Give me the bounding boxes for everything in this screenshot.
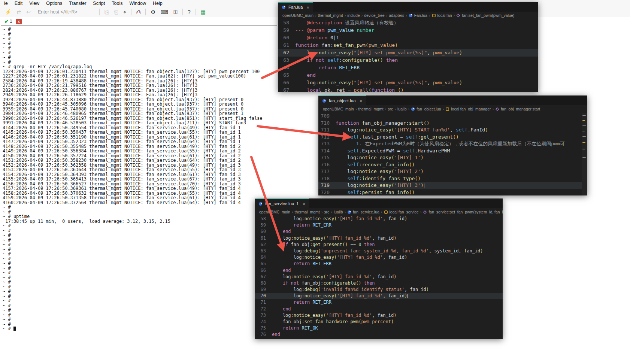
line-number: 60 — [278, 34, 295, 42]
copy-icon[interactable]: ⎘ — [102, 7, 111, 17]
quick-connect-icon[interactable]: ⚡ — [2, 7, 14, 17]
breadcrumb-item[interactable]: local fan_obj_manager — [451, 107, 491, 111]
minimap-mark — [582, 149, 585, 149]
menu-item-script[interactable]: Script — [90, 1, 108, 6]
code-line: 61 log:notice_easy('[HTY] fan_id %d', fa… — [255, 235, 503, 242]
tab-close-icon[interactable]: × — [302, 201, 305, 207]
code-text: --- @return 0|1 — [295, 34, 339, 42]
lua-icon — [409, 13, 413, 18]
menu-item-options[interactable]: Options — [43, 1, 66, 6]
code-line: 714 self.ExpectedPWM = self.HardwarePWM — [318, 148, 587, 155]
line-number: 712 — [318, 134, 336, 141]
terminal-output[interactable]: ~ #~ #~ #~ #~ #~ #~ #~ #~ # grep -nr HTY… — [1, 25, 277, 364]
terminal-line: ~ # — [3, 257, 277, 261]
code-line: 66 log:notice_easy("[HTY] set pwm_value(… — [278, 79, 538, 87]
code-line: 73 log:notice_easy('[HTY] fan_id %d', fa… — [255, 312, 503, 319]
print-icon[interactable]: ⎙ — [134, 7, 143, 17]
breadcrumb-item[interactable]: openUBMC_main — [323, 107, 354, 111]
toolbar-separator — [131, 9, 131, 15]
breadcrumb-item[interactable]: fan:set_fan_pwm(pwm_value) — [462, 13, 514, 18]
breadcrumb-item[interactable]: include — [347, 13, 360, 18]
method-icon — [456, 13, 460, 18]
terminal-line: 4160:2026-04-09 17:26:50.372564 thermal_… — [3, 200, 277, 205]
breadcrumb-item[interactable]: lualib — [397, 107, 407, 111]
tab-close-icon[interactable]: × — [306, 4, 309, 10]
terminal-line: ~ # — [3, 247, 277, 252]
breadcrumb-item[interactable]: fan_object.lua — [417, 107, 441, 111]
options-gear-icon[interactable]: ⚙ — [148, 7, 158, 17]
menu-item-window[interactable]: Window — [126, 1, 149, 6]
breadcrumb-item[interactable]: thermal_mgmt — [318, 13, 343, 18]
code-line: 719 log:notice_easy('[HTY] 3') — [318, 182, 587, 189]
host-input[interactable]: Enter host <Alt+R> — [33, 9, 97, 15]
help-icon[interactable]: ? — [185, 7, 193, 17]
breadcrumb-separator: › — [408, 107, 410, 111]
editor-tab-fan-lua[interactable]: Fan.lua× — [278, 2, 313, 12]
code-area[interactable]: 709710function fan_obj_manager:start()71… — [318, 113, 587, 195]
terminal-line: 3991:2026-04-09 17:26:46.528503 thermal_… — [3, 121, 277, 125]
terminal-line: ~ # — [3, 275, 277, 280]
session-close-icon[interactable]: x — [16, 19, 22, 24]
code-area[interactable]: 58--- @description 设置风扇转速（有校验）59--- @par… — [278, 19, 538, 92]
tab-close-icon[interactable]: × — [360, 98, 363, 104]
toolbar-separator — [99, 9, 100, 15]
breadcrumb-item[interactable]: src — [324, 210, 329, 214]
menu-item-tools[interactable]: Tools — [108, 1, 126, 6]
code-line: 64 log:notice_easy('[HTY] fan_id %d', fa… — [255, 254, 503, 261]
line-number: 63 — [255, 248, 272, 254]
menu-item-le[interactable]: le — [1, 1, 11, 6]
method-icon — [495, 107, 499, 111]
editor-tab-fan-service-lua[interactable]: fan_service.lua1× — [255, 198, 309, 208]
terminal-line: 4157:2026-04-09 17:26:50.369361 thermal_… — [3, 186, 277, 191]
line-number: 59 — [278, 27, 295, 34]
menu-item-transfer[interactable]: Transfer — [66, 1, 90, 6]
code-line: 62 log:notice_easy("[HTY] set pwm_value(… — [278, 49, 538, 57]
disconnect-icon[interactable]: ↩ — [24, 7, 33, 17]
line-number: 62 — [278, 49, 295, 57]
breadcrumb-item[interactable]: lualib — [334, 210, 343, 214]
breadcrumb-item[interactable]: thermal_mgmt — [295, 210, 320, 214]
key-icon[interactable]: ⚿ — [171, 7, 180, 17]
breadcrumb-item[interactable]: openUBMC_main — [259, 210, 290, 214]
editor-window-fan-lua: Fan.lua× openUBMC_main›thermal_mgmt›incl… — [278, 2, 538, 92]
line-number: 58 — [255, 216, 272, 222]
code-line: 66 end — [255, 267, 503, 274]
terminal-line: ~ # — [3, 317, 277, 322]
breadcrumb-item[interactable]: fan_service.lua — [353, 210, 379, 214]
menu-item-help[interactable]: Help — [149, 1, 166, 6]
breadcrumb-item[interactable]: device_tree — [364, 13, 384, 18]
line-number: 70 — [255, 293, 272, 299]
breadcrumb-item[interactable]: fan_obj_manager:start — [501, 107, 540, 111]
paste-icon[interactable]: ⎗ — [111, 7, 121, 17]
code-area[interactable]: 58 log:notice_easy('[HTY] fan_id %d', fa… — [255, 216, 503, 339]
breadcrumb-item[interactable]: adapters — [389, 13, 404, 18]
menu-item-view[interactable]: View — [26, 1, 43, 6]
code-line: 65 return RET_ERR — [255, 261, 503, 267]
breadcrumb-item[interactable]: fan_service:set_fan_pwm(system_id, fan_i… — [428, 210, 503, 214]
breadcrumb-item[interactable]: thermal_mgmt — [358, 107, 384, 111]
line-number: 61 — [278, 42, 295, 49]
breadcrumb-item[interactable]: local fan — [437, 13, 452, 18]
line-number: 73 — [255, 312, 272, 319]
reconnect-icon[interactable]: ⇄ — [14, 7, 24, 17]
minimap[interactable] — [582, 113, 587, 195]
breadcrumb-separator: › — [428, 13, 431, 18]
line-number: 64 — [255, 254, 272, 261]
session-tab-label[interactable]: 1 — [10, 19, 12, 24]
line-number: 711 — [318, 127, 336, 134]
find-icon[interactable]: ⌖ — [121, 7, 129, 17]
breadcrumb-item[interactable]: local fan_service — [390, 210, 419, 214]
session-manager-icon[interactable]: ▦ — [198, 7, 208, 17]
keyboard-icon[interactable]: ⌨ — [158, 7, 171, 17]
breadcrumb-separator: › — [385, 107, 387, 111]
toolbar-separator — [145, 9, 146, 15]
menu-item-edit[interactable]: Edit — [11, 1, 26, 6]
breadcrumb-item[interactable]: Fan.lua — [414, 13, 427, 18]
breadcrumb-item[interactable]: openUBMC_main — [282, 13, 314, 18]
method-icon — [423, 210, 427, 214]
line-number: 717 — [318, 168, 336, 175]
breadcrumb-item[interactable]: src — [388, 107, 393, 111]
code-line: 61function fan:set_fan_pwm(pwm_value) — [278, 42, 538, 49]
editor-tab-fan-object-lua[interactable]: fan_object.lua× — [318, 95, 366, 105]
line-number: 710 — [318, 120, 336, 127]
